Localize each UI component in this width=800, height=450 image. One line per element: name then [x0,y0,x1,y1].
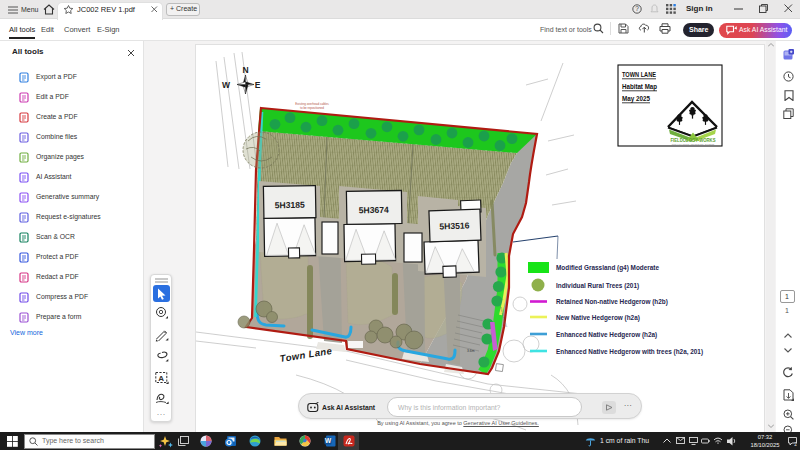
svg-text:?: ? [635,5,639,12]
svg-text:5H3516: 5H3516 [439,220,470,231]
svg-text:Retained Non-native Hedgerow: Retained Non-native Hedgerow (h2b) [556,298,668,306]
svg-text:FIELDOLOGY WORKS: FIELDOLOGY WORKS [671,137,717,143]
svg-text:Enhanced Native Hedgerow with: Enhanced Native Hedgerow with trees (h2a… [556,348,703,356]
svg-text:Habitat Map: Habitat Map [622,82,657,91]
svg-text:Enhanced Native Hedgerow (h2a: Enhanced Native Hedgerow (h2a) [556,331,657,339]
svg-text:W: W [325,437,332,444]
svg-text:3.6m: 3.6m [467,349,475,353]
svg-text:TOWN LANE: TOWN LANE [622,70,656,79]
svg-text:W: W [222,80,231,90]
svg-text:to be repositioned: to be repositioned [300,106,324,110]
svg-text:New Native Hedgerow (h2a): New Native Hedgerow (h2a) [556,314,640,322]
svg-text:E: E [255,80,261,90]
svg-text:5H3674: 5H3674 [359,205,389,216]
svg-text:5H3185: 5H3185 [275,200,305,211]
svg-text:Individual Rural Trees (201): Individual Rural Trees (201) [556,282,639,290]
svg-text:2: 2 [794,441,797,446]
svg-text:A: A [158,374,164,383]
svg-text:RURAL PLANNING AND ECOLOGY EXP: RURAL PLANNING AND ECOLOGY EXPERTS [672,143,715,145]
svg-text:Town Lane: Town Lane [279,345,333,364]
svg-text:Modified Grassland (g4) Modera: Modified Grassland (g4) Moderate [556,264,659,272]
svg-text:N: N [242,65,248,75]
svg-text:May 2025: May 2025 [622,94,650,103]
